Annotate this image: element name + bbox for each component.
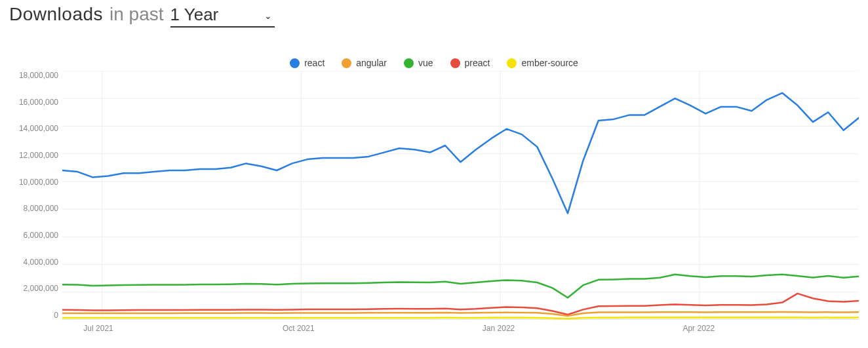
legend-item-preact[interactable]: preact bbox=[450, 58, 490, 68]
x-tick-label: Oct 2021 bbox=[283, 324, 315, 333]
legend-dot-icon bbox=[450, 58, 460, 68]
legend-dot-icon bbox=[290, 58, 300, 68]
header-title-light: in past bbox=[109, 4, 164, 25]
legend-label: react bbox=[304, 58, 325, 68]
chart-legend: reactangularvuepreactember-source bbox=[9, 58, 859, 68]
legend-item-vue[interactable]: vue bbox=[404, 58, 433, 68]
legend-dot-icon bbox=[507, 58, 517, 68]
y-tick-label: 16,000,000 bbox=[19, 98, 58, 107]
chart-area: 18,000,00016,000,00014,000,00012,000,000… bbox=[9, 71, 859, 320]
x-axis: Jul 2021Oct 2021Jan 2022Apr 2022 bbox=[58, 320, 859, 337]
legend-label: angular bbox=[356, 58, 387, 68]
legend-dot-icon bbox=[404, 58, 414, 68]
y-tick-label: 2,000,000 bbox=[24, 284, 58, 293]
x-tick-label: Jul 2021 bbox=[83, 324, 113, 333]
page-header: Downloads in past 1 Year ⌄ bbox=[9, 0, 859, 30]
series-vue bbox=[62, 275, 859, 298]
x-tick-label: Jan 2022 bbox=[483, 324, 515, 333]
legend-item-ember-source[interactable]: ember-source bbox=[507, 58, 578, 68]
plot bbox=[62, 71, 859, 320]
y-tick-label: 18,000,000 bbox=[19, 71, 58, 80]
y-axis: 18,000,00016,000,00014,000,00012,000,000… bbox=[9, 71, 62, 320]
series-ember-source bbox=[62, 318, 859, 319]
y-tick-label: 8,000,000 bbox=[24, 204, 58, 213]
header-title-strong: Downloads bbox=[9, 4, 103, 25]
y-tick-label: 6,000,000 bbox=[24, 231, 58, 240]
x-tick-label: Apr 2022 bbox=[682, 324, 715, 333]
legend-label: preact bbox=[465, 58, 490, 68]
y-tick-label: 4,000,000 bbox=[24, 258, 58, 267]
y-tick-label: 12,000,000 bbox=[19, 151, 58, 160]
legend-label: ember-source bbox=[521, 58, 578, 68]
legend-item-react[interactable]: react bbox=[290, 58, 325, 68]
legend-dot-icon bbox=[342, 58, 351, 68]
legend-label: vue bbox=[418, 58, 433, 68]
y-tick-label: 0 bbox=[54, 311, 58, 320]
timerange-value: 1 Year bbox=[170, 5, 219, 25]
series-angular bbox=[62, 312, 859, 316]
legend-item-angular[interactable]: angular bbox=[342, 58, 387, 68]
y-tick-label: 14,000,000 bbox=[19, 124, 58, 133]
timerange-select[interactable]: 1 Year ⌄ bbox=[170, 5, 275, 28]
y-tick-label: 10,000,000 bbox=[19, 178, 58, 187]
chevron-down-icon: ⌄ bbox=[264, 10, 272, 21]
series-react bbox=[62, 93, 859, 214]
